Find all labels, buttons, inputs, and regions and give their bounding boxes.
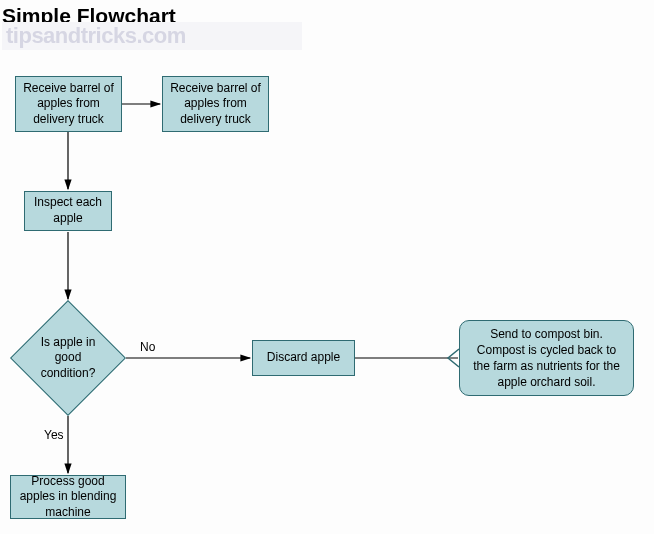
flowchart-canvas: Simple Flowchart tipsandtricks.com Recei…	[0, 0, 654, 534]
node-inspect-label: Inspect each apple	[31, 195, 105, 226]
node-discard: Discard apple	[252, 340, 355, 376]
node-receive-1-label: Receive barrel of apples from delivery t…	[22, 81, 115, 128]
node-decision: Is apple in good condition?	[10, 300, 126, 416]
watermark-text: tipsandtricks.com	[2, 22, 302, 50]
node-compost-callout: Send to compost bin. Compost is cycled b…	[459, 320, 634, 396]
node-process-label: Process good apples in blending machine	[17, 474, 119, 521]
node-compost-label: Send to compost bin. Compost is cycled b…	[472, 326, 621, 391]
node-decision-label: Is apple in good condition?	[10, 300, 126, 416]
node-discard-label: Discard apple	[267, 350, 340, 366]
node-process: Process good apples in blending machine	[10, 475, 126, 519]
node-receive-1: Receive barrel of apples from delivery t…	[15, 76, 122, 132]
edge-label-no: No	[140, 340, 155, 354]
node-receive-2: Receive barrel of apples from delivery t…	[162, 76, 269, 132]
node-receive-2-label: Receive barrel of apples from delivery t…	[169, 81, 262, 128]
node-inspect: Inspect each apple	[24, 191, 112, 231]
edge-label-yes: Yes	[44, 428, 64, 442]
